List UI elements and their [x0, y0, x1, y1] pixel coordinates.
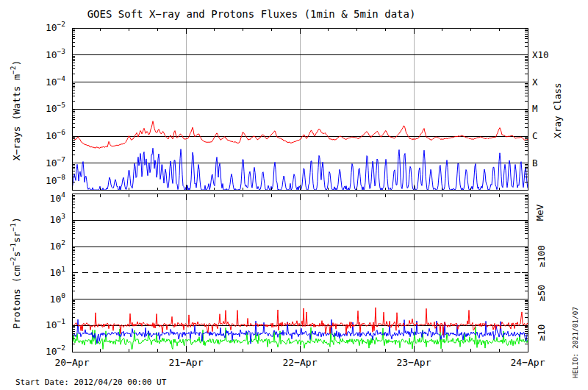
goes-flux-chart: GOES Soft X−ray and Protons Fluxes (1min…: [0, 0, 588, 390]
right-label-xray-4: B: [532, 157, 538, 169]
right-label-xray-0: X10: [532, 49, 549, 60]
right-label-protons-0: ≥100: [536, 245, 547, 267]
x-tick-label: 24−Apr: [511, 357, 545, 368]
right-label-xray-3: C: [532, 130, 538, 141]
right-axis-title-protons: MeV: [534, 204, 545, 221]
x-tick-label: 21−Apr: [169, 357, 204, 368]
y-axis-title-xray: X−rays (Watts m−2​): [9, 60, 22, 161]
chart-canvas: GOES Soft X−ray and Protons Fluxes (1min…: [0, 0, 588, 390]
right-label-xray-1: X: [532, 77, 538, 88]
x-tick-label: 22−Apr: [283, 357, 318, 368]
x-tick-label: 20−Apr: [55, 357, 90, 368]
right-axis-title-xray: Xray Class: [552, 82, 563, 138]
right-label-xray-2: M: [532, 103, 538, 114]
x-tick-label: 23−Apr: [397, 357, 431, 368]
start-date-label: Start Date: 2012/04/20 00:00 UT: [15, 377, 167, 387]
right-label-protons-1: ≥50: [536, 285, 547, 302]
right-label-protons-2: ≥10: [536, 325, 547, 341]
y-axis-title-protons: Protons (cm−2​s−1​sr−1​): [9, 217, 22, 329]
watermark: HELIO: 2021/01/07: [571, 307, 579, 378]
chart-title: GOES Soft X−ray and Protons Fluxes (1min…: [87, 8, 416, 20]
